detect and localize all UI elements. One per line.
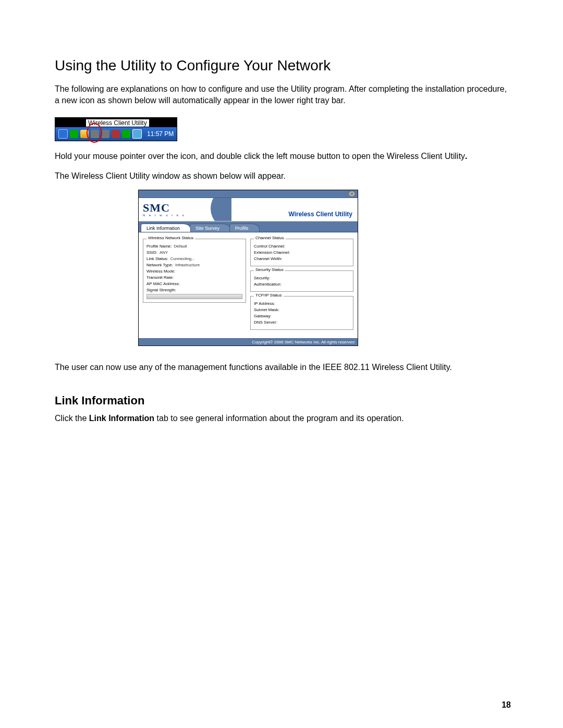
label: Security (254, 276, 270, 280)
label: IP Address (254, 301, 275, 306)
titlebar: × (139, 190, 358, 198)
text: . (465, 152, 467, 161)
tab-profile[interactable]: Profile (229, 224, 260, 232)
group-legend: Wireless Network Status (146, 236, 195, 240)
field-dns-server: DNS Server (254, 320, 350, 325)
document-page: Using the Utility to Configure Your Netw… (0, 0, 563, 728)
tab-site-survey[interactable]: Site Survey (190, 224, 230, 232)
field-ap-mac: AP MAC Address (146, 281, 242, 286)
security-status-group: Security Status Security Authentication (250, 270, 353, 292)
label: Wireless Mode (146, 269, 175, 274)
label: Channel Width (254, 256, 283, 261)
tab-bar: Link Information Site Survey Profile (139, 221, 358, 232)
utility-title: Wireless Client Utility (288, 211, 352, 218)
field-control-channel: Control Channel (254, 244, 350, 249)
field-security: Security (254, 276, 350, 280)
utility-body: Wireless Network Status Profile NameDefa… (139, 232, 358, 338)
para-window-appear: The Wireless Client Utility window as sh… (55, 170, 513, 182)
page-heading: Using the Utility to Configure Your Netw… (55, 57, 513, 74)
tray-generic-icon (70, 130, 78, 138)
tray-generic-icon (122, 130, 130, 138)
label: Control Channel (254, 244, 285, 249)
page-number: 18 (501, 700, 511, 710)
text-bold: Link Information (89, 414, 154, 423)
value: ANY (160, 250, 168, 255)
group-legend: Security Status (254, 267, 285, 272)
field-transmit-rate: Transmit Rate (146, 275, 242, 280)
group-legend: Channel Status (254, 236, 286, 240)
smc-logo: SMC N e t w o r k s (139, 202, 186, 217)
wireless-network-status-group: Wireless Network Status Profile NameDefa… (143, 239, 246, 303)
logo-subtext: N e t w o r k s (143, 214, 186, 217)
header-curve (200, 198, 231, 221)
field-signal-strength: Signal Strength (146, 288, 242, 292)
label: DNS Server (254, 320, 277, 325)
tray-generic-icon (101, 130, 109, 138)
field-subnet-mask: Subnet Mask (254, 307, 350, 312)
value: Connecting... (170, 256, 195, 261)
label: Profile Name (146, 244, 172, 249)
field-link-status: Link StatusConnecting... (146, 256, 242, 261)
para-hold-mouse: Hold your mouse pointer over the icon, a… (55, 151, 513, 162)
para-click-link-info: Click the Link Information tab to see ge… (55, 413, 513, 424)
close-icon[interactable]: × (348, 191, 356, 197)
field-gateway: Gateway (254, 314, 350, 318)
logo-text: SMC (143, 202, 186, 214)
para-management-functions: The user can now use any of the manageme… (55, 362, 513, 373)
tray-clock: 11:57 PM (147, 130, 174, 138)
intro-paragraph: The following are explanations on how to… (55, 83, 513, 106)
label: Network Type (146, 263, 173, 267)
battery-icon (132, 129, 142, 139)
right-column: Channel Status Control Channel Extension… (250, 239, 353, 334)
field-wireless-mode: Wireless Mode (146, 269, 242, 274)
value: Infrastructure (175, 263, 200, 267)
field-profile-name: Profile NameDefault (146, 244, 242, 249)
utility-header: SMC N e t w o r k s Wireless Client Util… (139, 198, 358, 221)
text: Hold your mouse pointer over the icon, a… (55, 152, 465, 161)
section-heading-link-information: Link Information (55, 394, 513, 408)
field-ip-address: IP Address (254, 301, 350, 306)
field-network-type: Network TypeInfrastructure (146, 263, 242, 267)
utility-screenshot: × SMC N e t w o r k s Wireless Client Ut… (138, 190, 513, 346)
tray-tooltip: Wireless Client Utility (85, 119, 150, 127)
tray-screenshot: Wireless Client Utility 11:57 PM (55, 117, 177, 141)
wireless-utility-icon[interactable] (80, 130, 89, 138)
label: AP MAC Address (146, 281, 180, 286)
label: Extension Channel (254, 250, 290, 255)
taskbar: 11:57 PM (55, 127, 177, 141)
tab-link-information[interactable]: Link Information (141, 224, 191, 232)
text: tab to see general information about the… (154, 414, 404, 423)
label: Gateway (254, 314, 272, 318)
tray-generic-icon (91, 130, 99, 138)
utility-window: × SMC N e t w o r k s Wireless Client Ut… (138, 190, 358, 346)
label: Transmit Rate (146, 275, 174, 280)
field-channel-width: Channel Width (254, 256, 350, 261)
left-column: Wireless Network Status Profile NameDefa… (143, 239, 246, 334)
channel-status-group: Channel Status Control Channel Extension… (250, 239, 353, 266)
value: Default (174, 244, 187, 249)
label: Authentication (254, 282, 282, 287)
group-legend: TCP/IP Status (254, 293, 284, 298)
field-authentication: Authentication (254, 282, 350, 287)
tray-generic-icon (112, 130, 120, 138)
label: SSID (146, 250, 157, 255)
field-extension-channel: Extension Channel (254, 250, 350, 255)
utility-footer: Copyright© 2008 SMC Networks Inc. All ri… (139, 338, 358, 346)
text: Click the (55, 414, 89, 423)
tcpip-status-group: TCP/IP Status IP Address Subnet Mask Gat… (250, 296, 353, 330)
label: Subnet Mask (254, 307, 279, 312)
signal-strength-bar (146, 294, 242, 299)
label: Link Status (146, 256, 168, 261)
field-ssid: SSIDANY (146, 250, 242, 255)
label: Signal Strength (146, 288, 176, 292)
monitor-icon (58, 129, 68, 139)
